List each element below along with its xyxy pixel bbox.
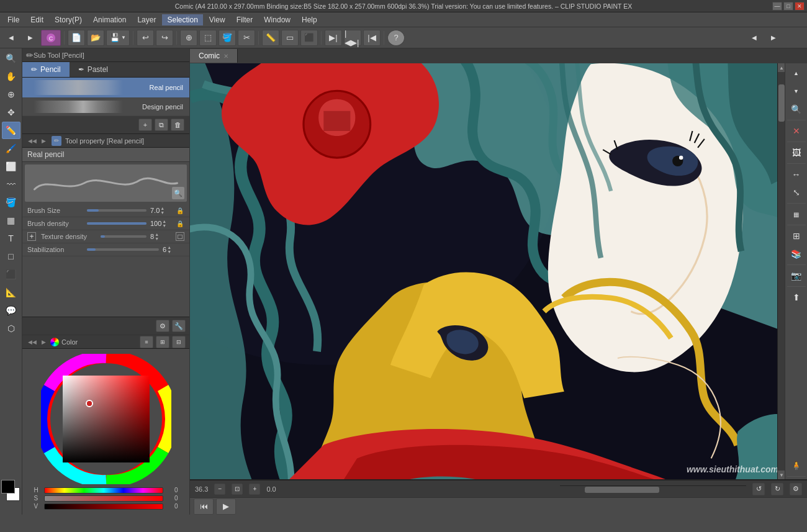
brush-size-lock[interactable]: 🔒	[176, 206, 184, 215]
scrollbar-thumb-h[interactable]	[585, 487, 659, 493]
texture-density-box[interactable]: □	[176, 232, 184, 241]
first-frame-btn[interactable]: ⏮	[194, 498, 214, 515]
tool-operation[interactable]: ⬡	[2, 320, 20, 337]
brush-density-slider[interactable]	[87, 222, 147, 225]
right-scroll-right[interactable]: ▶	[765, 30, 782, 46]
scroll-left-button[interactable]: ◀	[2, 30, 20, 46]
tool-fill[interactable]: 🪣	[2, 194, 20, 211]
clip-studio-button[interactable]: C	[41, 30, 61, 46]
redo-button[interactable]: ↪	[156, 30, 173, 46]
right-tool-move[interactable]: ↔	[787, 166, 806, 183]
tool-hand[interactable]: ✋	[2, 68, 20, 85]
color-wheel-container[interactable]	[41, 354, 171, 484]
tool-gradient[interactable]: ▦	[2, 212, 20, 229]
zoom-in-btn[interactable]: +	[249, 484, 260, 495]
help-button[interactable]: ?	[387, 30, 405, 46]
copy-brush-button[interactable]: ⧉	[155, 119, 168, 131]
right-tool-photo[interactable]: 📷	[787, 267, 806, 284]
right-tool-grid[interactable]: ⊞	[787, 227, 806, 245]
scroll-right-button[interactable]: ▶	[22, 30, 39, 46]
menu-help[interactable]: Help	[297, 14, 322, 25]
tool-eraser[interactable]: ⬜	[2, 158, 20, 175]
nav3-button[interactable]: |◀	[363, 30, 381, 46]
tool-select-layer[interactable]: ⊕	[2, 86, 20, 103]
color-panel-settings3[interactable]: ⊟	[172, 336, 186, 348]
menu-window[interactable]: Window	[259, 14, 295, 25]
menu-view[interactable]: View	[204, 14, 230, 25]
artwork-canvas[interactable]	[190, 63, 785, 479]
fill-button[interactable]: 🪣	[219, 30, 236, 46]
maximize-button[interactable]: □	[783, 2, 793, 11]
right-tool-image[interactable]: 🖼	[787, 144, 806, 161]
nav2-button[interactable]: |◀▶|	[344, 30, 361, 46]
right-tool-export[interactable]: ⬆	[787, 289, 806, 306]
brush-size-slider[interactable]	[87, 209, 147, 212]
tool-figure[interactable]: □	[2, 248, 20, 265]
settings-btn2[interactable]: ⚙	[790, 483, 802, 495]
color-panel-settings[interactable]: ≡	[140, 336, 153, 348]
scroll-up-arrow[interactable]: ▲	[778, 63, 785, 72]
color-panel-settings2[interactable]: ⊞	[156, 336, 169, 348]
scrollbar-thumb-v[interactable]	[778, 84, 785, 122]
select-button[interactable]: ⬚	[199, 30, 217, 46]
right-tool-checkerboard[interactable]: ▦	[787, 205, 806, 223]
delete-brush-button[interactable]: 🗑	[171, 119, 184, 131]
fit-btn[interactable]: ⊡	[232, 484, 243, 495]
search-preset-button[interactable]: 🔍	[172, 187, 184, 199]
menu-file[interactable]: File	[2, 14, 24, 25]
horizontal-scrollbar[interactable]	[560, 485, 746, 493]
tool-move[interactable]: ✥	[2, 104, 20, 121]
tool-brush[interactable]: 🖌️	[2, 140, 20, 157]
tool-zoom[interactable]: 🔍	[2, 50, 20, 67]
transform-button[interactable]: ⊕	[180, 30, 197, 46]
right-tool-search[interactable]: 🔍	[787, 101, 806, 118]
menu-story[interactable]: Story(P)	[50, 14, 87, 25]
rotate-ccw-btn[interactable]: ↺	[752, 483, 765, 495]
tool-text[interactable]: T	[2, 230, 20, 247]
right-tool-scale[interactable]: ⤡	[787, 184, 806, 201]
crop-button[interactable]: ✂	[238, 30, 255, 46]
right-tool-x[interactable]: ✕	[787, 122, 806, 140]
settings-btn[interactable]: ⚙	[156, 320, 169, 332]
right-tool-layers[interactable]: 📚	[787, 245, 806, 263]
texture-density-toggle[interactable]: +	[27, 232, 36, 241]
new-button[interactable]: 📄	[68, 30, 85, 46]
tab-pencil[interactable]: ✏ Pencil	[22, 62, 70, 77]
fg-color-swatch[interactable]	[1, 480, 15, 494]
canvas-tab-comic[interactable]: Comic ✕	[190, 49, 238, 63]
menu-selection[interactable]: Selection	[162, 14, 202, 25]
select2-button[interactable]: ▭	[281, 30, 299, 46]
zoom-out-btn[interactable]: −	[214, 484, 225, 495]
right-bottom-tool[interactable]: 🧍	[787, 457, 806, 474]
save-dropdown[interactable]: 💾▼	[106, 30, 130, 46]
brush-design-pencil[interactable]: Design pencil	[22, 98, 189, 116]
rotate-cw-btn[interactable]: ↻	[771, 483, 783, 495]
tool-pen[interactable]: ✏️	[2, 122, 20, 139]
right-scroll-left[interactable]: ◀	[746, 30, 763, 46]
open-button[interactable]: 📂	[87, 30, 104, 46]
scroll-down-arrow[interactable]: ▼	[778, 471, 785, 479]
menu-animation[interactable]: Animation	[88, 14, 131, 25]
tab-pastel[interactable]: ✒ Pastel	[70, 62, 117, 77]
tool-balloon[interactable]: 💬	[2, 302, 20, 319]
menu-filter[interactable]: Filter	[232, 14, 258, 25]
select3-button[interactable]: ⬛	[300, 30, 318, 46]
brush-real-pencil[interactable]: Real pencil	[22, 78, 189, 98]
menu-edit[interactable]: Edit	[25, 14, 48, 25]
undo-button[interactable]: ↩	[137, 30, 154, 46]
close-button[interactable]: ✕	[795, 2, 805, 11]
tool-frame[interactable]: ⬛	[2, 266, 20, 283]
vertical-scrollbar[interactable]: ▲ ▼	[777, 63, 785, 479]
brush-density-lock[interactable]: 🔒	[176, 219, 184, 228]
right-scroll-down[interactable]: ▼	[787, 83, 806, 100]
play-btn[interactable]: ▶	[216, 498, 236, 515]
add-brush-button[interactable]: +	[138, 119, 152, 131]
val-slider[interactable]	[44, 503, 163, 510]
right-scroll-up[interactable]: ▲	[787, 65, 806, 82]
minimize-button[interactable]: —	[772, 2, 782, 11]
ruler-button[interactable]: 📏	[262, 30, 279, 46]
wrench-btn[interactable]: 🔧	[172, 320, 186, 332]
nav-button[interactable]: ▶|	[325, 30, 342, 46]
menu-layer[interactable]: Layer	[132, 14, 161, 25]
tool-blur[interactable]: 〰	[2, 176, 20, 193]
